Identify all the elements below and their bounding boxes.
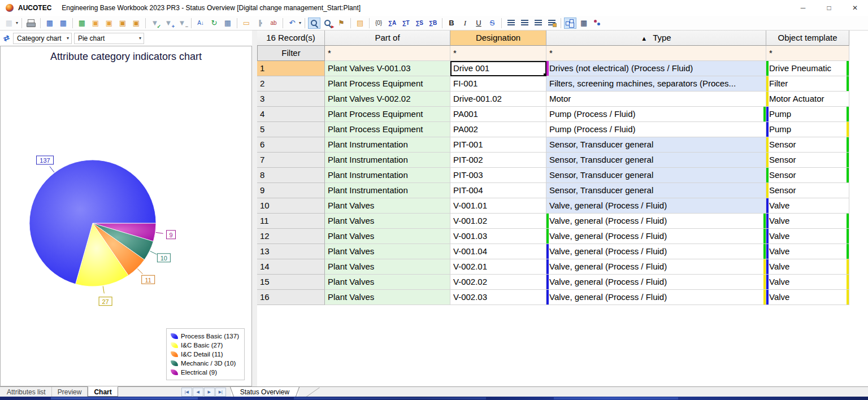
- filter-button[interactable]: Filter: [257, 46, 325, 61]
- record-count-header[interactable]: 16 Record(s): [257, 31, 325, 46]
- filter-check-icon[interactable]: ▼✓: [149, 18, 161, 29]
- dark-grid-icon[interactable]: ▦: [578, 18, 590, 29]
- cell-type[interactable]: Valve, general (Process / Fluid): [546, 259, 766, 275]
- filter-input-type[interactable]: *: [546, 46, 766, 61]
- add-folder-icon[interactable]: ▣: [116, 18, 129, 29]
- cell-designation[interactable]: PIT-004: [450, 183, 546, 198]
- filter-input-designation[interactable]: *: [450, 46, 546, 61]
- cell-part-of[interactable]: Plant Valves: [325, 259, 450, 275]
- row-header-14[interactable]: 14: [257, 259, 325, 275]
- cell-designation[interactable]: V-001.02: [450, 214, 546, 229]
- cell-part-of[interactable]: Plant Process Equipment: [325, 122, 450, 137]
- cell-part-of[interactable]: Plant Process Equipment: [325, 107, 450, 122]
- undo-icon-dropdown-caret[interactable]: ▾: [299, 20, 301, 25]
- cell-type[interactable]: Drives (not electrical) (Process / Fluid…: [546, 61, 766, 76]
- align-left-icon[interactable]: [505, 18, 517, 29]
- cell-object-template[interactable]: Pump: [766, 122, 849, 137]
- pin-icon[interactable]: ⚑: [335, 18, 348, 29]
- chart-style-select[interactable]: Pie chart ▾: [74, 33, 144, 44]
- cell-type[interactable]: Valve, general (Process / Fluid): [546, 214, 766, 229]
- cell-designation[interactable]: PA001: [450, 107, 546, 122]
- column-header-type[interactable]: ▲Type: [546, 31, 766, 46]
- rename-icon[interactable]: ▭: [240, 18, 253, 29]
- cell-type[interactable]: Sensor, Transducer general: [546, 183, 766, 198]
- cell-type[interactable]: Filters, screening machines, separators …: [546, 76, 766, 92]
- cell-type[interactable]: Valve, general (Process / Fluid): [546, 244, 766, 259]
- row-header-3[interactable]: 3: [257, 92, 325, 107]
- cell-type[interactable]: Sensor, Transducer general: [546, 153, 766, 168]
- panel-splitter[interactable]: [252, 31, 257, 386]
- cell-object-template[interactable]: Sensor: [766, 168, 849, 183]
- cell-object-template[interactable]: Valve: [766, 229, 849, 244]
- cell-object-template[interactable]: Valve: [766, 290, 849, 305]
- row-header-15[interactable]: 15: [257, 275, 325, 290]
- zoom-icon[interactable]: [308, 18, 320, 29]
- tab-chart[interactable]: Chart: [88, 386, 118, 397]
- sheet-nav-first-button[interactable]: |◀: [181, 388, 192, 397]
- cell-type[interactable]: Pump (Process / Fluid): [546, 107, 766, 122]
- cell-part-of[interactable]: Plant Valves V-002.02: [325, 92, 450, 107]
- open-folder-icon[interactable]: ▣: [89, 18, 102, 29]
- cell-part-of[interactable]: Plant Valves: [325, 198, 450, 214]
- cell-part-of[interactable]: Plant Instrumentation: [325, 153, 450, 168]
- row-header-5[interactable]: 5: [257, 122, 325, 137]
- italic-icon[interactable]: I: [459, 18, 471, 29]
- cell-part-of[interactable]: Plant Valves: [325, 244, 450, 259]
- cell-part-of[interactable]: Plant Process Equipment: [325, 76, 450, 92]
- cell-type[interactable]: Motor: [546, 92, 766, 107]
- refresh-icon[interactable]: ↻: [208, 18, 220, 29]
- new-table-icon-dropdown-caret[interactable]: ▾: [16, 20, 18, 25]
- cell-designation[interactable]: V-001.01: [450, 198, 546, 214]
- row-header-4[interactable]: 4: [257, 107, 325, 122]
- cell-designation[interactable]: Drive-001.02: [450, 92, 546, 107]
- row-header-13[interactable]: 13: [257, 244, 325, 259]
- cell-part-of[interactable]: Plant Valves: [325, 290, 450, 305]
- sum-t-icon[interactable]: ∑T: [400, 18, 412, 29]
- filter-input-part-of[interactable]: *: [325, 46, 450, 61]
- sum-a-icon[interactable]: ∑A: [386, 18, 398, 29]
- align-right-icon[interactable]: [532, 18, 544, 29]
- cell-designation[interactable]: Drive 001: [450, 61, 546, 76]
- cell-type[interactable]: Valve, general (Process / Fluid): [546, 275, 766, 290]
- align-center-icon[interactable]: [518, 18, 531, 29]
- cell-designation[interactable]: V-001.04: [450, 244, 546, 259]
- sheet-tab-status-overview[interactable]: Status Overview: [231, 387, 298, 397]
- row-header-7[interactable]: 7: [257, 153, 325, 168]
- cell-designation[interactable]: PIT-002: [450, 153, 546, 168]
- save-view-as-icon[interactable]: ▦: [57, 18, 70, 29]
- tab-attributes-list[interactable]: Attributes list: [1, 387, 52, 397]
- minimize-button[interactable]: ─: [790, 0, 816, 16]
- column-header-part-of[interactable]: Part of: [325, 31, 450, 46]
- cell-type[interactable]: Pump (Process / Fluid): [546, 122, 766, 137]
- sheet-nav-next-button[interactable]: ▶: [204, 388, 215, 397]
- cell-part-of[interactable]: Plant Valves: [325, 229, 450, 244]
- cell-part-of[interactable]: Plant Instrumentation: [325, 137, 450, 153]
- cell-type[interactable]: Valve, general (Process / Fluid): [546, 198, 766, 214]
- sort-ascending-icon[interactable]: A↓: [194, 18, 207, 29]
- row-header-16[interactable]: 16: [257, 290, 325, 305]
- cell-object-template[interactable]: Motor Actuator: [766, 92, 849, 107]
- number-format-icon[interactable]: {0}: [372, 18, 385, 29]
- cell-object-template[interactable]: Valve: [766, 244, 849, 259]
- cell-object-template[interactable]: Sensor: [766, 183, 849, 198]
- row-header-9[interactable]: 9: [257, 183, 325, 198]
- column-header-object-template[interactable]: Object template: [766, 31, 849, 46]
- tree-icon[interactable]: ╠: [254, 18, 266, 29]
- cell-object-template[interactable]: Sensor: [766, 153, 849, 168]
- row-header-2[interactable]: 2: [257, 76, 325, 92]
- save-view-icon[interactable]: ▦: [44, 18, 56, 29]
- filter-add-icon[interactable]: ▼+: [162, 18, 175, 29]
- row-header-12[interactable]: 12: [257, 229, 325, 244]
- cell-type[interactable]: Valve, general (Process / Fluid): [546, 229, 766, 244]
- cell-object-template[interactable]: Drive Pneumatic: [766, 61, 849, 76]
- cell-type[interactable]: Sensor, Transducer general: [546, 168, 766, 183]
- row-header-1[interactable]: 1: [257, 61, 325, 76]
- replace-text-icon[interactable]: ab: [267, 18, 280, 29]
- cell-part-of[interactable]: Plant Instrumentation: [325, 183, 450, 198]
- chart-category-select[interactable]: Category chart ▾: [13, 33, 72, 44]
- grid-icon[interactable]: ▦: [222, 18, 234, 29]
- sum-b-icon[interactable]: ∑B: [427, 18, 439, 29]
- cell-designation[interactable]: PIT-003: [450, 168, 546, 183]
- cell-object-template[interactable]: Sensor: [766, 137, 849, 153]
- cell-designation[interactable]: PIT-001: [450, 137, 546, 153]
